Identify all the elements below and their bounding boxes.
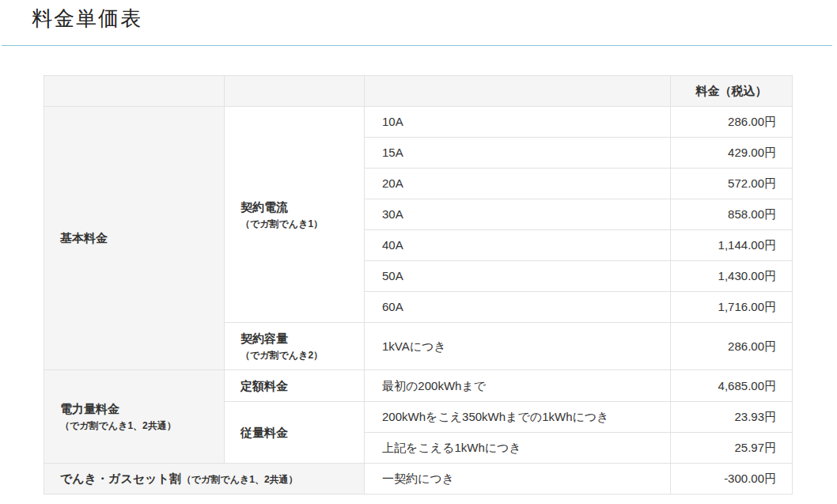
price-table: 料金（税込） 基本料金 契約電流 （でガ割でんき1） 10A 286.00円 1… <box>44 75 793 495</box>
fixed-charge-label: 定額料金 <box>240 377 348 395</box>
energy-charge-sublabel: （でガ割でんき1、2共通） <box>60 419 208 433</box>
fixed-charge-price: 4,685.00円 <box>671 370 793 402</box>
table-row: 電力量料金 （でガ割でんき1、2共通） 定額料金 最初の200kWhまで 4,6… <box>44 370 793 402</box>
header-price-label: 料金（税込） <box>671 76 793 107</box>
set-discount-item: 一契約につき <box>365 464 671 495</box>
amp-price: 1,716.00円 <box>671 292 793 323</box>
amp-price: 429.00円 <box>671 138 793 169</box>
header-empty-cell-3 <box>365 76 671 107</box>
set-discount-sublabel: （でガ割でんき1、2共通） <box>182 474 298 485</box>
table-row: 基本料金 契約電流 （でガ割でんき1） 10A 286.00円 <box>44 107 793 138</box>
amp-price: 1,144.00円 <box>671 230 793 261</box>
capacity-price: 286.00円 <box>671 323 793 370</box>
cell-set-discount: でんき・ガスセット割（でガ割でんき1、2共通） <box>44 464 365 495</box>
amp-item: 40A <box>365 230 671 261</box>
cell-basic-charge: 基本料金 <box>44 107 225 370</box>
set-discount-label: でんき・ガスセット割 <box>60 472 181 485</box>
cell-contract-current: 契約電流 （でガ割でんき1） <box>225 107 365 323</box>
cell-metered-charge: 従量料金 <box>225 402 365 464</box>
metered-charge-label: 従量料金 <box>240 424 348 441</box>
capacity-item: 1kVAにつき <box>365 323 671 370</box>
metered-item: 200kWhをこえ350kWhまでの1kWhにつき <box>365 402 671 433</box>
contract-capacity-sublabel: （でガ割でんき2） <box>240 348 348 362</box>
amp-item: 10A <box>365 107 671 138</box>
cell-contract-capacity: 契約容量 （でガ割でんき2） <box>225 323 365 370</box>
metered-price: 25.97円 <box>671 433 793 464</box>
table-header-row: 料金（税込） <box>44 76 793 107</box>
table-row: でんき・ガスセット割（でガ割でんき1、2共通） 一契約につき -300.00円 <box>44 464 793 495</box>
fixed-charge-item: 最初の200kWhまで <box>365 370 671 402</box>
amp-price: 572.00円 <box>671 169 793 199</box>
contract-current-sublabel: （でガ割でんき1） <box>240 217 348 231</box>
cell-energy-charge: 電力量料金 （でガ割でんき1、2共通） <box>44 370 225 464</box>
energy-charge-label: 電力量料金 <box>60 400 208 418</box>
amp-item: 15A <box>365 138 671 169</box>
basic-charge-label: 基本料金 <box>60 229 208 247</box>
metered-item: 上記をこえる1kWhにつき <box>365 433 671 464</box>
title-divider <box>2 45 832 46</box>
amp-item: 30A <box>365 199 671 230</box>
page-title: 料金単価表 <box>32 5 837 32</box>
amp-price: 286.00円 <box>671 107 793 138</box>
page: 料金単価表 料金（税込） 基本料金 契約電流 （でガ割でんき1） <box>0 0 837 504</box>
contract-capacity-label: 契約容量 <box>240 330 348 347</box>
amp-item: 60A <box>365 292 671 323</box>
amp-item: 50A <box>365 261 671 292</box>
cell-fixed-charge: 定額料金 <box>225 370 365 402</box>
header-empty-cell-2 <box>225 76 365 107</box>
header-empty-cell-1 <box>44 76 225 107</box>
amp-item: 20A <box>365 169 671 199</box>
set-discount-price: -300.00円 <box>671 464 793 495</box>
amp-price: 1,430.00円 <box>671 261 793 292</box>
metered-price: 23.93円 <box>671 402 793 433</box>
contract-current-label: 契約電流 <box>240 199 348 216</box>
amp-price: 858.00円 <box>671 199 793 230</box>
